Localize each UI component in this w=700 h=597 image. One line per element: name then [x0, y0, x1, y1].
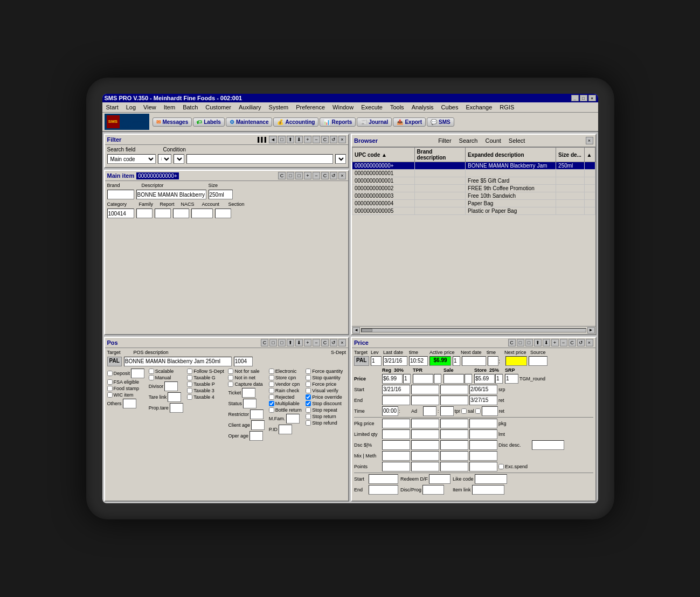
reg-end-input[interactable] — [382, 395, 410, 405]
menu-rgis[interactable]: RGIS — [498, 103, 516, 111]
table-row[interactable]: 0000000000001 Free $5 Gift Card — [352, 177, 595, 185]
taxablep-checkbox[interactable] — [187, 381, 192, 387]
messages-button[interactable]: ✉ Messages — [153, 117, 192, 127]
multipliable-checkbox[interactable] — [269, 401, 274, 406]
category-input[interactable] — [107, 209, 134, 218]
filter-value-input[interactable] — [186, 154, 334, 164]
bottlereturn-checkbox[interactable] — [269, 407, 274, 413]
pkg-price-tpr-input[interactable] — [411, 419, 439, 428]
dsc-store-input[interactable] — [469, 440, 497, 450]
main-code-select[interactable]: Main code — [107, 154, 156, 164]
mix-sale-input[interactable] — [440, 451, 468, 461]
price-up-btn[interactable]: ⬆ — [534, 339, 542, 346]
divisor-input[interactable] — [164, 381, 178, 391]
visualverify-checkbox[interactable] — [306, 388, 311, 393]
section-input[interactable] — [215, 209, 231, 218]
browser-close-btn[interactable]: × — [586, 137, 593, 144]
rejected-checkbox[interactable] — [269, 394, 274, 400]
menu-window[interactable]: Window — [331, 103, 355, 111]
foodstamp-checkbox[interactable] — [107, 386, 113, 391]
menu-log[interactable]: Log — [124, 103, 137, 111]
price-close-btn[interactable]: × — [586, 339, 593, 346]
price-undo-btn[interactable]: ↺ — [577, 339, 585, 346]
pkg-price-store-input[interactable] — [469, 419, 497, 428]
filter-close-btn[interactable]: × — [338, 136, 346, 143]
sms-button[interactable]: 💬 SMS — [427, 117, 454, 127]
forcequantity-checkbox[interactable] — [306, 369, 311, 374]
pos-close-btn[interactable]: × — [338, 339, 346, 346]
mi-minus-btn[interactable]: − — [313, 172, 320, 179]
export-button[interactable]: 📤 Export — [393, 117, 426, 127]
price-lev-input[interactable] — [371, 356, 382, 366]
stopquantity-checkbox[interactable] — [306, 375, 311, 380]
vendorcpn-checkbox[interactable] — [269, 381, 274, 387]
menu-auxiliary[interactable]: Auxiliary — [237, 103, 263, 111]
mi-ctrl3[interactable]: □ — [295, 172, 303, 179]
lqty-reg-input[interactable] — [382, 429, 410, 439]
menu-preference[interactable]: Preference — [294, 103, 327, 111]
capturedata-checkbox[interactable] — [228, 381, 233, 387]
price-down-btn[interactable]: ⬇ — [543, 339, 550, 346]
tpr-start-input[interactable] — [411, 385, 439, 394]
price-nextdate-input[interactable] — [462, 356, 486, 366]
others-input[interactable] — [123, 399, 136, 408]
menu-customer[interactable]: Customer — [204, 103, 233, 111]
stoprefund-checkbox[interactable] — [306, 420, 311, 426]
table-row[interactable]: 0000000000002 FREE 9th Coffee Promotion — [352, 185, 595, 192]
mi-ctrl1[interactable]: C — [278, 172, 286, 179]
restrictor-input[interactable] — [250, 409, 264, 419]
minimize-button[interactable]: _ — [571, 95, 579, 101]
sal-input[interactable] — [482, 406, 498, 416]
pid-input[interactable] — [279, 425, 292, 434]
reg-start-input[interactable] — [382, 385, 410, 394]
storecpn-checkbox[interactable] — [269, 375, 274, 380]
table-row[interactable]: 0000000000005 Plastic or Paper Bag — [352, 207, 595, 215]
close-button[interactable]: × — [588, 95, 596, 101]
pos-add-btn[interactable]: + — [304, 339, 311, 346]
menu-analysis[interactable]: Analysis — [410, 103, 435, 111]
notinnet-checkbox[interactable] — [228, 375, 233, 380]
pos-ctrl3[interactable]: □ — [278, 339, 286, 346]
price-ctrl2[interactable]: □ — [517, 339, 524, 346]
filter-box-btn[interactable]: □ — [278, 136, 286, 143]
stopreturn-checkbox[interactable] — [306, 414, 311, 419]
price-lastdate-input[interactable] — [383, 356, 407, 366]
sale-price-input[interactable] — [443, 374, 464, 384]
menu-start[interactable]: Start — [105, 103, 120, 111]
wic-checkbox[interactable] — [107, 392, 113, 398]
pos-ctrl2[interactable]: □ — [269, 339, 277, 346]
reports-button[interactable]: 📊 Reports — [320, 117, 356, 127]
followsdept-checkbox[interactable] — [187, 369, 192, 374]
points-store-input[interactable] — [469, 462, 497, 471]
filter-end-select[interactable]: ▼ — [335, 154, 346, 164]
maintenance-button[interactable]: ⚙ Maintenance — [226, 117, 273, 127]
electronic-checkbox[interactable] — [269, 369, 274, 374]
redeem-input[interactable] — [429, 474, 451, 484]
lqty-store-input[interactable] — [469, 429, 497, 439]
reg-price-qty[interactable] — [403, 374, 411, 384]
price-minus-btn[interactable]: − — [560, 339, 567, 346]
tpr-end-input[interactable] — [411, 395, 439, 405]
menu-item[interactable]: Item — [162, 103, 177, 111]
operage-input[interactable] — [249, 431, 263, 441]
labels-button[interactable]: 🏷 Labels — [193, 117, 225, 127]
status-input[interactable] — [243, 399, 257, 408]
report-input[interactable] — [155, 209, 171, 218]
store-price-input[interactable] — [474, 374, 495, 384]
mix-reg-input[interactable] — [382, 451, 410, 461]
accounting-button[interactable]: 💰 Accounting — [273, 117, 318, 127]
scalable-checkbox[interactable] — [149, 369, 154, 374]
maximize-button[interactable]: □ — [580, 95, 587, 101]
lqty-sale-input[interactable] — [440, 429, 468, 439]
browser-filter[interactable]: Filter — [436, 137, 453, 144]
ad-input1[interactable] — [423, 406, 436, 416]
points-sale-input[interactable] — [440, 462, 468, 471]
price-c-btn[interactable]: C — [569, 339, 576, 346]
filter-c-btn[interactable]: C — [321, 136, 329, 143]
descriptor-input[interactable] — [136, 190, 206, 199]
pos-undo-btn[interactable]: ↺ — [330, 339, 337, 346]
menu-system[interactable]: System — [267, 103, 290, 111]
menu-cubes[interactable]: Cubes — [440, 103, 460, 111]
sal-checkbox[interactable] — [475, 408, 481, 414]
deposit-input[interactable] — [131, 369, 144, 378]
